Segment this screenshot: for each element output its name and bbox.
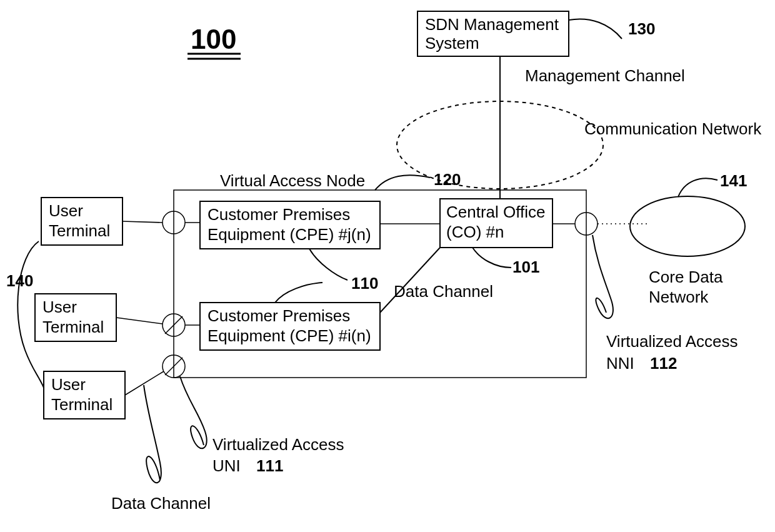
data-channel-bottom-label: Data Channel [111, 494, 211, 513]
ut1-l2: Terminal [49, 221, 110, 240]
communication-network-label: Communication Network [584, 119, 762, 138]
svg-line-9 [380, 248, 440, 313]
core-network-ellipse [630, 196, 745, 256]
ut3-l2: Terminal [51, 395, 112, 414]
ref-120: 120 [434, 170, 461, 189]
cpe-i-box: Customer Premises Equipment (CPE) #i(n) [200, 303, 380, 350]
core-line1: Core Data [649, 268, 723, 286]
vuni-line1: Virtualized Access [212, 435, 344, 454]
van-label: Virtual Access Node [220, 171, 365, 190]
vnni-line1: Virtualized Access [606, 332, 738, 351]
cpe-j-box: Customer Premises Equipment (CPE) #j(n) [200, 201, 380, 249]
svg-line-18 [116, 318, 162, 324]
ut3-l1: User [51, 375, 86, 394]
svg-line-17 [122, 221, 162, 223]
cpe-i-line1: Customer Premises [208, 306, 350, 325]
co-line2: (CO) #n [446, 223, 504, 241]
figure-number: 100 [191, 24, 236, 54]
ref-101: 101 [512, 258, 539, 276]
co-line1: Central Office [446, 203, 545, 221]
core-line2: Network [649, 288, 709, 306]
cpe-i-line2: Equipment (CPE) #i(n) [208, 326, 371, 345]
ut1-l1: User [49, 201, 83, 220]
user-terminal-2: User Terminal [35, 294, 116, 341]
ref-140: 140 [6, 271, 33, 290]
user-terminal-1: User Terminal [41, 198, 122, 245]
ref-110a: 110 [351, 274, 378, 293]
user-terminal-3: User Terminal [44, 371, 125, 419]
cpe-j-line1: Customer Premises [208, 205, 350, 224]
sdn-line1: SDN Management [425, 15, 559, 34]
vnni-line2: NNI [606, 354, 634, 373]
data-channel-center-label: Data Channel [394, 282, 493, 301]
ref-141: 141 [720, 171, 747, 190]
central-office-box: Central Office (CO) #n [440, 199, 552, 248]
sdn-box: SDN Management System [418, 11, 569, 56]
mgmt-channel-label: Management Channel [525, 66, 685, 85]
ref-112: 112 [650, 354, 677, 373]
ref-130: 130 [628, 19, 655, 38]
cpe-j-line2: Equipment (CPE) #j(n) [208, 225, 371, 244]
ref-111: 111 [256, 456, 283, 475]
sdn-line2: System [425, 34, 479, 53]
ut2-l1: User [42, 298, 77, 316]
vuni-line2: UNI [212, 456, 241, 475]
ut2-l2: Terminal [42, 318, 104, 336]
